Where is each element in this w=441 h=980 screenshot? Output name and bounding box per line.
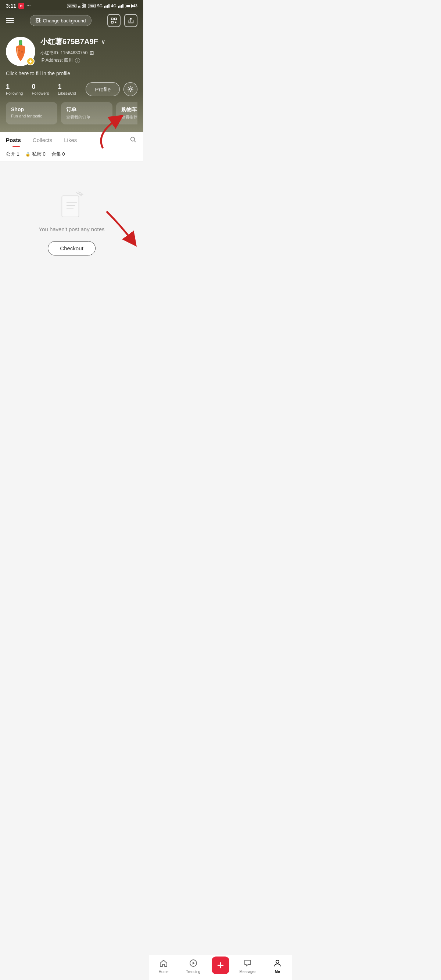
sub-tab-private[interactable]: 🔒 私密 0 [26,151,46,158]
svg-point-7 [18,49,20,51]
more-dots: ··· [26,3,31,9]
ip-address: IP Address: 四川 [40,57,73,64]
shop-card-0[interactable]: Shop Fun and fantastic [6,102,58,124]
fiveg-text: 5G [97,4,102,8]
header-action-buttons [107,14,137,27]
scan-button[interactable] [107,14,121,27]
followers-stat[interactable]: 0 Followers [32,83,49,95]
profile-btn-label: Profile [95,86,110,92]
svg-point-6 [19,40,22,45]
link-icon: ⛓ [82,3,86,8]
profile-section: + 小红薯675B7A9F ∨ 小红书ID: 11564630750 ⊞ IP … [0,31,143,132]
content-search-button[interactable] [129,135,137,144]
following-stat[interactable]: 1 Following [6,83,23,95]
menu-button[interactable] [6,18,14,23]
battery-level: 43 [133,4,137,8]
top-header: 🖼 Change background [0,10,143,31]
sub-tab-public[interactable]: 公开 1 [6,151,19,158]
svg-point-8 [21,51,23,53]
tab-collects[interactable]: Collects [27,132,58,147]
shop-card-title-0: Shop [11,107,52,112]
time: 3:11 [6,3,16,9]
app-icon: R [18,3,24,9]
change-background-button[interactable]: 🖼 Change background [30,15,91,26]
followers-count: 0 [32,83,35,91]
battery-icon [125,4,131,8]
tab-posts[interactable]: Posts [6,132,27,147]
profile-meta: 小红书ID: 11564630750 ⊞ IP Address: 四川 i [40,49,137,64]
content-tabs: Posts Collects Likes [0,132,143,147]
bluetooth-icon: ⁎ [78,3,80,9]
svg-rect-3 [115,22,117,23]
likes-stat[interactable]: 1 Likes&Col [58,83,77,95]
settings-button[interactable] [123,82,137,96]
shop-card-title-1: 订单 [66,107,107,113]
sub-tabs-bar: 公开 1 🔒 私密 0 合集 0 [0,147,143,162]
empty-note-icon [57,191,86,220]
likes-count: 1 [58,83,62,91]
signal-5g [104,4,110,8]
checkout-button[interactable]: Checkout [48,241,95,255]
search-icon [130,136,136,143]
user-id-row: 小红书ID: 11564630750 ⊞ [40,49,137,57]
user-id: 小红书ID: 11564630750 [40,49,88,57]
status-bar: 3:11 R ··· VPN ⁎ ⛓ HD 5G 4G 43 [0,0,143,10]
gear-icon [127,86,134,92]
shop-cards-row: Shop Fun and fantastic 订单 查看我的订单 购物车 查看推… [6,102,137,124]
username-row: 小红薯675B7A9F ∨ [40,37,137,47]
following-count: 1 [6,83,10,91]
profile-edit-button[interactable]: Profile [86,82,120,96]
svg-point-9 [19,53,21,55]
spacer [0,277,143,351]
info-icon[interactable]: i [75,58,80,63]
share-icon [128,17,134,24]
followers-label: Followers [32,91,49,95]
svg-rect-0 [111,18,113,20]
status-time-area: 3:11 R ··· [6,3,31,9]
fill-profile-prompt[interactable]: Click here to fill in the profile [6,70,137,76]
avatar-add-button[interactable]: + [26,57,35,65]
status-icons: VPN ⁎ ⛓ HD 5G 4G 43 [67,3,137,9]
empty-state: You haven't post any notes Checkout [0,162,143,277]
following-label: Following [6,91,23,95]
shop-card-2[interactable]: 购物车 查看推荐好物 [116,102,137,124]
username-dropdown-icon[interactable]: ∨ [101,38,105,45]
shop-card-sub-0: Fun and fantastic [11,114,52,118]
share-button[interactable] [124,14,137,27]
tab-likes[interactable]: Likes [58,132,83,147]
svg-rect-2 [111,21,113,23]
vpn-badge: VPN [67,4,77,8]
image-icon: 🖼 [35,18,40,24]
shop-card-1[interactable]: 订单 查看我的订单 [61,102,112,124]
profile-action-buttons: Profile [86,82,137,96]
signal-4g [118,4,123,8]
forug-text: 4G [111,4,117,8]
change-bg-label: Change background [43,18,86,24]
profile-top-row: + 小红薯675B7A9F ∨ 小红书ID: 11564630750 ⊞ IP … [6,37,137,66]
likes-label: Likes&Col [58,91,77,95]
sub-tab-collection[interactable]: 合集 0 [51,151,65,158]
svg-rect-12 [62,196,79,217]
shop-card-sub-1: 查看我的订单 [66,115,107,120]
qr-icon[interactable]: ⊞ [89,49,94,57]
username: 小红薯675B7A9F [40,37,98,47]
avatar-wrapper[interactable]: + [6,37,35,66]
shop-card-title-2: 购物车 [121,107,137,113]
profile-info: 小红薯675B7A9F ∨ 小红书ID: 11564630750 ⊞ IP Ad… [40,37,137,64]
shop-card-sub-2: 查看推荐好物 [121,115,137,120]
stats-row: 1 Following 0 Followers 1 Likes&Col Prof… [6,82,137,96]
ip-row: IP Address: 四川 i [40,57,137,64]
empty-state-text: You haven't post any notes [38,226,104,232]
hd-badge: HD [88,4,96,8]
svg-point-10 [129,88,131,90]
lock-icon: 🔒 [26,152,30,157]
svg-rect-1 [115,18,117,20]
scan-icon [110,17,117,24]
